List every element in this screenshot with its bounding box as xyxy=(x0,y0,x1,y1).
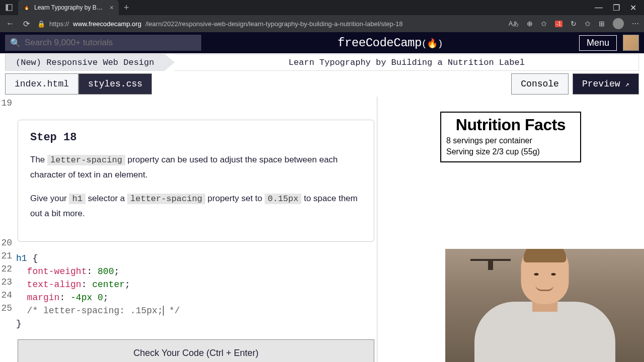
search-input[interactable] xyxy=(25,38,196,48)
user-avatar[interactable] xyxy=(623,35,639,51)
window-controls: — ❐ ✕ xyxy=(595,3,644,13)
workspace: 19 20 21 22 23 24 25 Step 18 The letter-… xyxy=(0,97,644,362)
tab-close-icon[interactable]: × xyxy=(110,4,114,12)
new-tab-button[interactable]: + xyxy=(119,3,134,13)
url-input[interactable]: 🔒 https://www.freecodecamp.org/learn/202… xyxy=(37,20,503,28)
search-box[interactable]: 🔍 xyxy=(5,35,201,51)
favorites-bar-icon[interactable]: ✩ xyxy=(585,20,591,28)
preview-pane: Nutrition Facts 8 servings per container… xyxy=(377,97,644,362)
fire-icon: (🔥) xyxy=(422,39,443,49)
url-prefix: https:// xyxy=(49,20,69,28)
translate-icon[interactable]: ⊕ xyxy=(527,20,533,28)
profile-avatar[interactable] xyxy=(613,18,624,29)
editor-toolbar: index.html styles.css Console Preview ↗ xyxy=(0,71,644,97)
code-value: 0.15px xyxy=(265,194,301,204)
code-letter-spacing: letter-spacing xyxy=(47,155,125,165)
check-code-button[interactable]: Check Your Code (Ctrl + Enter) xyxy=(18,339,374,362)
extension-badge[interactable]: -1 xyxy=(555,21,562,27)
tab-styles-css[interactable]: styles.css xyxy=(78,73,152,95)
minimize-icon[interactable]: — xyxy=(595,3,603,13)
url-path: /learn/2022/responsive-web-design/learn-… xyxy=(145,20,403,28)
breadcrumb-course[interactable]: (New) Responsive Web Design xyxy=(5,54,175,71)
breadcrumb-lesson[interactable]: Learn Typography by Building a Nutrition… xyxy=(175,54,639,71)
code-h1: h1 xyxy=(69,194,85,204)
favorite-icon[interactable]: ✩ xyxy=(541,20,547,28)
step-title: Step 18 xyxy=(30,131,362,144)
maximize-icon[interactable]: ❐ xyxy=(613,3,620,13)
svg-rect-1 xyxy=(6,5,8,11)
search-icon: 🔍 xyxy=(10,38,21,48)
instruction-card: Step 18 The letter-spacing property can … xyxy=(18,120,374,242)
nutrition-size: Serving size 2/3 cup (55g) xyxy=(446,147,575,156)
external-link-icon: ↗ xyxy=(625,80,629,88)
code-letter-spacing-2: letter-spacing xyxy=(127,194,205,204)
nutrition-title: Nutrition Facts xyxy=(446,116,575,134)
webcam-overlay xyxy=(445,249,644,362)
back-button[interactable]: ← xyxy=(5,19,15,28)
editor-pane[interactable]: 19 20 21 22 23 24 25 Step 18 The letter-… xyxy=(0,97,377,362)
breadcrumb: (New) Responsive Web Design Learn Typogr… xyxy=(0,53,644,71)
more-icon[interactable]: ⋯ xyxy=(632,20,639,28)
code-editor[interactable]: h1 { font-weight: 800; text-align: cente… xyxy=(16,252,377,330)
tab-favicon xyxy=(23,4,30,11)
sync-icon[interactable]: ↻ xyxy=(571,20,577,28)
tab-index-html[interactable]: index.html xyxy=(5,73,78,95)
sidebar-toggle-icon[interactable] xyxy=(0,0,18,15)
editor-content: Step 18 The letter-spacing property can … xyxy=(15,97,377,362)
logo[interactable]: freeCodeCamp(🔥) xyxy=(207,36,573,50)
instruction-text: The letter-spacing property can be used … xyxy=(30,153,362,221)
close-window-icon[interactable]: ✕ xyxy=(630,3,636,13)
tab-strip: Learn Typography by Building a ... × + xyxy=(0,0,134,15)
line-gutter: 19 20 21 22 23 24 25 xyxy=(0,97,14,315)
refresh-button[interactable]: ⟳ xyxy=(21,19,31,29)
address-bar: ← ⟳ 🔒 https://www.freecodecamp.org/learn… xyxy=(0,15,644,32)
browser-titlebar: Learn Typography by Building a ... × + —… xyxy=(0,0,644,15)
tab-title: Learn Typography by Building a ... xyxy=(34,4,106,11)
browser-tab[interactable]: Learn Typography by Building a ... × xyxy=(18,0,119,15)
reader-icon[interactable]: Aあ xyxy=(509,20,519,28)
url-host: www.freecodecamp.org xyxy=(73,20,141,28)
nutrition-label: Nutrition Facts 8 servings per container… xyxy=(440,112,581,162)
preview-button[interactable]: Preview ↗ xyxy=(573,73,639,95)
nutrition-servings: 8 servings per container xyxy=(446,136,575,145)
person xyxy=(474,251,615,362)
collections-icon[interactable]: ⊞ xyxy=(599,20,605,28)
console-button[interactable]: Console xyxy=(511,73,569,95)
address-bar-actions: Aあ ⊕ ✩ -1 ↻ ✩ ⊞ ⋯ xyxy=(509,18,639,29)
app-header: 🔍 freeCodeCamp(🔥) Menu xyxy=(0,32,644,53)
lock-icon: 🔒 xyxy=(37,20,45,28)
menu-button[interactable]: Menu xyxy=(579,35,617,51)
